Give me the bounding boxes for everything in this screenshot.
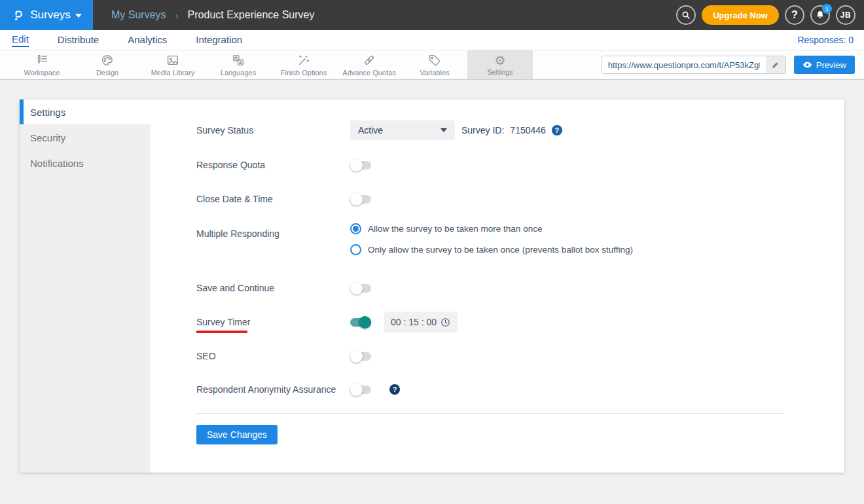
settings-content: Survey Status Active Survey ID: 7150446 … xyxy=(151,99,844,473)
upgrade-now-button[interactable]: Upgrade Now xyxy=(702,5,779,25)
toggle-knob xyxy=(350,384,363,396)
settings-icon: ⚙ xyxy=(494,54,505,67)
sidebar-item-security[interactable]: Security xyxy=(20,125,151,151)
questionpro-logo-icon xyxy=(11,8,26,22)
form-divider xyxy=(196,413,784,414)
search-button[interactable] xyxy=(676,5,696,25)
anonymity-label: Respondent Anonymity Assurance xyxy=(196,384,350,395)
radio-allow-multiple[interactable]: Allow the survey to be taken more than o… xyxy=(350,223,633,234)
media-library-icon xyxy=(166,53,180,67)
radio-only-once[interactable]: Only allow the survey to be taken once (… xyxy=(350,244,633,255)
toolbar-label: Design xyxy=(96,69,118,77)
survey-timer-label: Survey Timer xyxy=(196,317,350,327)
toggle-knob xyxy=(350,159,363,171)
toolbar-item-languages[interactable]: Languages xyxy=(206,50,271,79)
multiple-responding-row: Multiple Responding Allow the survey to … xyxy=(196,223,805,255)
notification-badge: 1 xyxy=(822,4,832,14)
anonymity-help-icon[interactable]: ? xyxy=(389,384,400,395)
toggle-knob xyxy=(359,316,371,329)
toolbar-item-variables[interactable]: Variables xyxy=(402,50,467,79)
save-continue-row: Save and Continue xyxy=(196,278,805,298)
variables-icon xyxy=(427,53,442,67)
breadcrumb: My Surveys › Product Experience Survey xyxy=(111,9,314,21)
survey-timer-value: 00 : 15 : 00 xyxy=(391,317,437,327)
sidebar-item-settings[interactable]: Settings xyxy=(20,99,151,124)
close-date-label: Close Date & Time xyxy=(196,194,350,204)
toolbar-label: Workspace xyxy=(24,69,60,77)
breadcrumb-current-survey: Product Experience Survey xyxy=(188,9,315,21)
preview-button[interactable]: Preview xyxy=(794,56,855,74)
edit-url-button[interactable] xyxy=(766,56,785,73)
toolbar-label: Variables xyxy=(420,69,449,77)
toggle-knob xyxy=(350,350,363,363)
avatar[interactable]: JB xyxy=(836,5,855,25)
survey-url-zone: Preview xyxy=(602,56,855,74)
survey-url-input[interactable] xyxy=(602,56,766,73)
save-continue-toggle[interactable] xyxy=(350,284,371,293)
survey-url-group xyxy=(602,56,786,74)
multiple-responding-options: Allow the survey to be taken more than o… xyxy=(350,223,633,255)
radio-label: Only allow the survey to be taken once (… xyxy=(368,245,633,255)
toolbar-label: Finish Options xyxy=(281,69,327,77)
save-changes-button[interactable]: Save Changes xyxy=(196,425,278,444)
responses-count: Responses: 0 xyxy=(797,35,854,45)
toolbar-item-media-library[interactable]: Media Library xyxy=(140,50,206,79)
anonymity-row: Respondent Anonymity Assurance ? xyxy=(196,380,805,399)
survey-timer-row: Survey Timer 00 : 15 : 00 xyxy=(196,312,805,333)
survey-id-group: Survey ID: 7150446 ? xyxy=(461,125,562,135)
eye-icon xyxy=(802,61,812,69)
toolbar-label: Advance Quotas xyxy=(342,69,395,77)
anonymity-toggle[interactable] xyxy=(350,386,371,394)
topbar-actions: Upgrade Now ? 1 JB xyxy=(676,0,855,30)
seo-toggle[interactable] xyxy=(350,352,371,361)
product-switcher[interactable]: Surveys xyxy=(0,0,93,30)
toolbar-item-finish-options[interactable]: Finish Options xyxy=(271,50,336,79)
survey-status-row: Survey Status Active Survey ID: 7150446 … xyxy=(196,120,805,140)
help-icon: ? xyxy=(791,9,798,21)
toolbar-item-design[interactable]: Design xyxy=(75,50,140,79)
survey-status-label: Survey Status xyxy=(196,125,350,135)
toolbar-label: Media Library xyxy=(151,69,195,77)
tab-distribute[interactable]: Distribute xyxy=(58,34,99,46)
pencil-icon xyxy=(771,60,780,69)
finish-options-icon xyxy=(297,53,311,67)
toolbar-item-settings[interactable]: ⚙ Settings xyxy=(467,50,533,79)
notifications-button[interactable]: 1 xyxy=(810,5,830,25)
toggle-knob xyxy=(350,282,363,295)
settings-panel: Settings Security Notifications Survey S… xyxy=(20,99,844,473)
help-button[interactable]: ? xyxy=(785,5,804,25)
advance-quotas-icon xyxy=(362,53,376,67)
survey-timer-duration-field[interactable]: 00 : 15 : 00 xyxy=(384,312,458,333)
toolbar-item-workspace[interactable]: Workspace xyxy=(9,50,75,79)
tab-integration[interactable]: Integration xyxy=(196,34,242,46)
seo-label: SEO xyxy=(196,351,350,361)
chevron-down-icon xyxy=(75,14,82,18)
tab-analytics[interactable]: Analytics xyxy=(128,34,167,46)
tab-edit[interactable]: Edit xyxy=(12,33,29,47)
response-quota-label: Response Quota xyxy=(196,160,350,170)
preview-label: Preview xyxy=(816,60,846,70)
caret-down-icon xyxy=(441,128,447,132)
multiple-responding-label: Multiple Responding xyxy=(196,228,350,239)
survey-id-help-icon[interactable]: ? xyxy=(552,125,562,135)
sidebar-item-notifications[interactable]: Notifications xyxy=(20,151,151,176)
survey-timer-toggle[interactable] xyxy=(350,318,371,327)
response-quota-toggle[interactable] xyxy=(350,161,371,170)
survey-timer-red-underline xyxy=(196,331,247,333)
toggle-knob xyxy=(350,193,363,206)
clock-icon xyxy=(440,317,451,328)
toolbar-label: Languages xyxy=(221,69,256,77)
search-icon xyxy=(681,10,691,20)
close-date-toggle[interactable] xyxy=(350,195,371,204)
survey-id-value: 7150446 xyxy=(510,125,546,135)
languages-icon xyxy=(231,53,245,67)
response-quota-row: Response Quota xyxy=(196,155,805,175)
radio-label: Allow the survey to be taken more than o… xyxy=(368,224,542,234)
survey-status-dropdown[interactable]: Active xyxy=(350,120,455,140)
breadcrumb-my-surveys[interactable]: My Surveys xyxy=(111,9,166,21)
design-icon xyxy=(100,53,115,67)
radio-unselected-icon xyxy=(350,244,361,255)
product-label: Surveys xyxy=(30,9,70,22)
breadcrumb-separator: › xyxy=(175,10,179,21)
toolbar-item-advance-quotas[interactable]: Advance Quotas xyxy=(336,50,402,79)
